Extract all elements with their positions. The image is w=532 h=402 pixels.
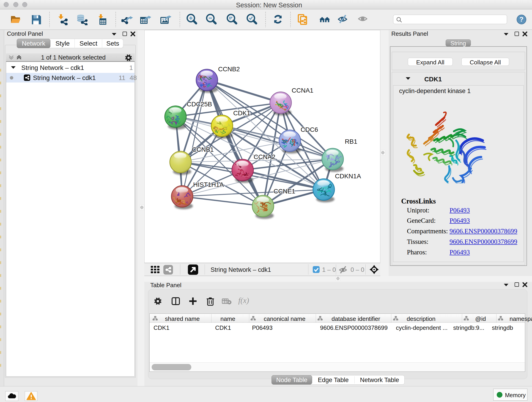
svg-text:CCNB2: CCNB2 [218,65,240,73]
svg-text:CCNA2: CCNA2 [254,153,275,160]
svg-text:CCNE1: CCNE1 [273,188,295,195]
svg-text:CDC6: CDC6 [301,126,318,133]
svg-text:CDKN1A: CDKN1A [335,172,361,180]
svg-text:CCNB1: CCNB1 [192,146,214,153]
svg-text:CCNA1: CCNA1 [292,87,313,94]
svg-text:RB1: RB1 [345,138,357,145]
svg-text:CDK1: CDK1 [233,109,250,117]
svg-text:CDC25B: CDC25B [187,101,212,108]
svg-text:HIST1H1A: HIST1H1A [193,181,224,188]
